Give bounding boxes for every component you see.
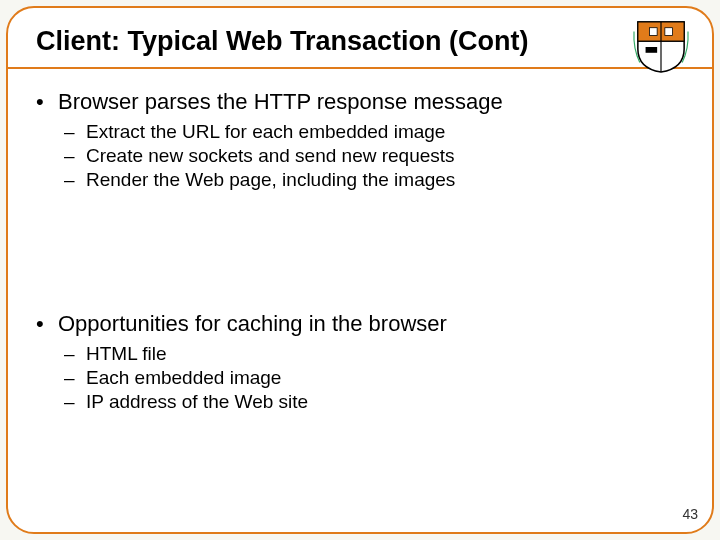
- page-number: 43: [682, 506, 698, 522]
- bullet-dot-icon: •: [36, 89, 50, 115]
- bullet-text: Browser parses the HTTP response message: [58, 89, 503, 115]
- bullet-text: IP address of the Web site: [86, 391, 308, 413]
- slide-body: • Browser parses the HTTP response messa…: [36, 69, 684, 413]
- bullet-level2: – IP address of the Web site: [64, 391, 684, 413]
- bullet-text: Create new sockets and send new requests: [86, 145, 455, 167]
- dash-icon: –: [64, 121, 78, 143]
- slide-frame: Client: Typical Web Transaction (Cont) •…: [6, 6, 714, 534]
- bullet-text: HTML file: [86, 343, 167, 365]
- bullet-level1: • Opportunities for caching in the brows…: [36, 311, 684, 337]
- bullet-level2: – Each embedded image: [64, 367, 684, 389]
- dash-icon: –: [64, 145, 78, 167]
- bullet-dot-icon: •: [36, 311, 50, 337]
- princeton-shield-logo: [632, 20, 690, 74]
- svg-rect-1: [665, 28, 673, 36]
- bullet-text: Each embedded image: [86, 367, 281, 389]
- slide-title: Client: Typical Web Transaction (Cont): [36, 26, 684, 67]
- dash-icon: –: [64, 391, 78, 413]
- bullet-level2: – HTML file: [64, 343, 684, 365]
- bullet-level2: – Create new sockets and send new reques…: [64, 145, 684, 167]
- svg-rect-2: [646, 47, 658, 53]
- bullet-level1: • Browser parses the HTTP response messa…: [36, 89, 684, 115]
- bullet-text: Extract the URL for each embedded image: [86, 121, 445, 143]
- bullet-text: Opportunities for caching in the browser: [58, 311, 447, 337]
- bullet-level2: – Extract the URL for each embedded imag…: [64, 121, 684, 143]
- bullet-level2: – Render the Web page, including the ima…: [64, 169, 684, 191]
- bullet-text: Render the Web page, including the image…: [86, 169, 455, 191]
- svg-rect-0: [649, 28, 657, 36]
- dash-icon: –: [64, 169, 78, 191]
- dash-icon: –: [64, 367, 78, 389]
- dash-icon: –: [64, 343, 78, 365]
